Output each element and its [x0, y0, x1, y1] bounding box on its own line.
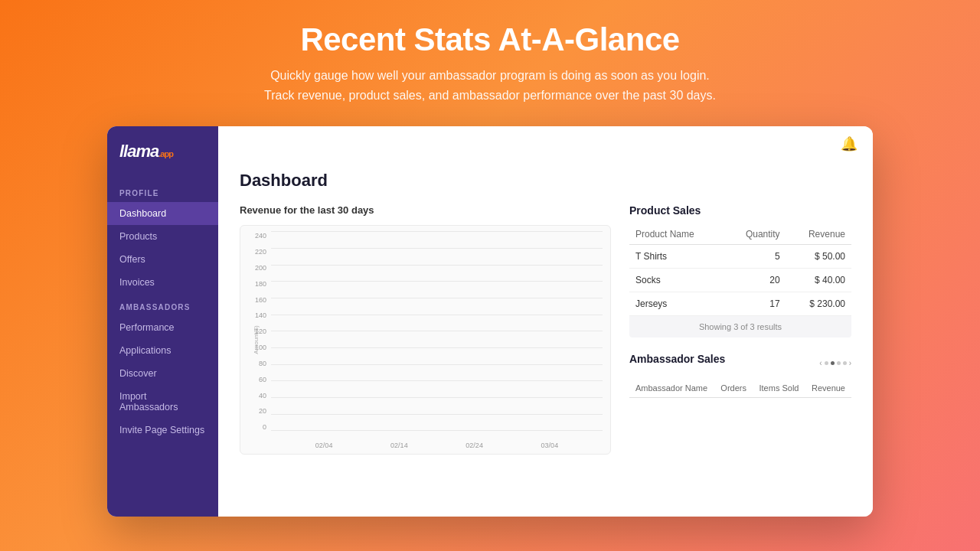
chart-title: Revenue for the last 30 days — [240, 204, 611, 216]
col-revenue: Revenue — [805, 379, 851, 398]
table-row: Socks 20 $ 40.00 — [629, 269, 851, 292]
product-sales-title: Product Sales — [629, 204, 851, 217]
chevron-right-icon[interactable]: › — [849, 359, 851, 367]
ambassador-sales-header: Ambassador Sales ‹ › — [629, 353, 851, 373]
col-items-sold: Items Sold — [753, 379, 805, 398]
logo-text: llama.app — [119, 142, 173, 161]
table-row: T Shirts 5 $ 50.00 — [629, 245, 851, 269]
hero-subtitle: Quickly gauge how well your ambassador p… — [264, 66, 716, 105]
content-area: Revenue for the last 30 days 0 20 40 60 … — [240, 204, 851, 455]
col-product-name: Product Name — [629, 224, 724, 245]
sidebar-item-performance[interactable]: Performance — [107, 316, 218, 339]
notification-bell-icon[interactable]: 🔔 — [841, 135, 858, 152]
page-title: Dashboard — [240, 171, 851, 191]
main-area: 🔔 Dashboard Revenue for the last 30 days… — [218, 126, 873, 517]
table-row: Jerseys 17 $ 230.00 — [629, 292, 851, 316]
app-window: llama.app Profile Dashboard Products Off… — [107, 126, 873, 517]
y-axis-title: Amount($) — [253, 326, 260, 354]
main-content: Dashboard Revenue for the last 30 days 0… — [218, 152, 873, 517]
sidebar-item-offers[interactable]: Offers — [107, 248, 218, 271]
hero-section: Recent Stats At-A-Glance Quickly gauge h… — [249, 0, 731, 120]
sidebar: llama.app Profile Dashboard Products Off… — [107, 126, 218, 517]
col-quantity: Quantity — [724, 224, 786, 245]
ambassador-sales-title: Ambassador Sales — [629, 353, 725, 365]
product-sales-section: Product Sales Product Name Quantity Reve… — [629, 204, 851, 337]
top-bar: 🔔 — [218, 126, 873, 152]
ambassador-sales-table: Ambassador Name Orders Items Sold Revenu… — [629, 379, 851, 398]
x-label-0204: 02/04 — [315, 442, 333, 449]
bars-area — [271, 232, 603, 431]
sidebar-item-import-ambassadors[interactable]: Import Ambassadors — [107, 385, 218, 419]
x-label-0214: 02/14 — [390, 442, 408, 449]
sidebar-item-invite-page-settings[interactable]: Invite Page Settings — [107, 419, 218, 442]
sidebar-item-discover[interactable]: Discover — [107, 362, 218, 385]
x-label-0304: 03/04 — [541, 442, 559, 449]
col-revenue: Revenue — [786, 224, 851, 245]
sidebar-section-profile: Profile — [107, 180, 218, 202]
sidebar-item-products[interactable]: Products — [107, 225, 218, 248]
chevron-left-icon[interactable]: ‹ — [819, 359, 822, 367]
x-axis-labels: 02/04 02/14 02/24 03/04 — [271, 442, 603, 449]
col-orders: Orders — [714, 379, 753, 398]
sidebar-item-invoices[interactable]: Invoices — [107, 271, 218, 294]
sidebar-section-ambassadors: Ambassadors — [107, 294, 218, 316]
pagination: ‹ › — [819, 359, 851, 367]
sidebar-item-applications[interactable]: Applications — [107, 339, 218, 362]
product-sales-footer: Showing 3 of 3 results — [629, 316, 851, 337]
sidebar-item-dashboard[interactable]: Dashboard — [107, 202, 218, 225]
chart-container: 0 20 40 60 80 100 120 140 160 180 200 22… — [240, 225, 611, 455]
hero-title: Recent Stats At-A-Glance — [264, 21, 716, 58]
chart-section: Revenue for the last 30 days 0 20 40 60 … — [240, 204, 611, 455]
product-sales-table: Product Name Quantity Revenue T Shirts 5… — [629, 224, 851, 316]
right-panel: Product Sales Product Name Quantity Reve… — [629, 204, 851, 455]
col-ambassador-name: Ambassador Name — [629, 379, 714, 398]
ambassador-sales-section: Ambassador Sales ‹ › — [629, 353, 851, 398]
x-label-0224: 02/24 — [466, 442, 483, 449]
logo: llama.app — [107, 142, 218, 180]
